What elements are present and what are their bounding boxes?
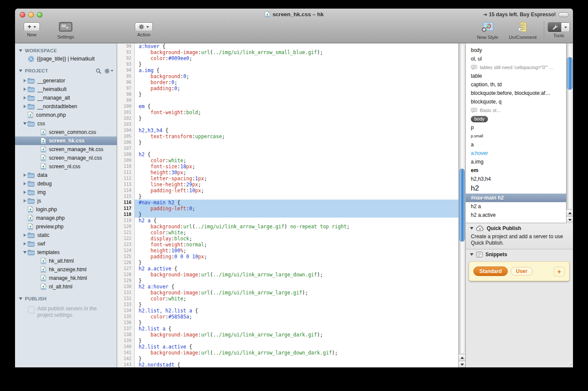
navigator-item-basic-st-[interactable]: Basic st… — [466, 106, 566, 115]
navigator-item-h2[interactable]: h2 — [466, 183, 566, 194]
disclosure-triangle-icon[interactable] — [24, 105, 26, 108]
snippets-header[interactable]: Snippets — [466, 249, 573, 260]
editor-scrollbar[interactable] — [458, 43, 465, 367]
tree-item-screen-common-css[interactable]: screen_common.css — [15, 128, 117, 136]
tree-item-screen-manage-hk-css[interactable]: screen_manage_hk.css — [15, 145, 117, 154]
navigator-item-body[interactable]: body — [466, 46, 566, 55]
code-line-94[interactable]: 94a.img { — [117, 67, 458, 73]
editor-scrollbar-thumb[interactable] — [459, 169, 465, 242]
code-line-121[interactable]: 121 color:white; — [117, 230, 458, 236]
disclosure-triangle-icon[interactable] — [24, 79, 26, 82]
code-line-129[interactable]: 129} — [117, 278, 458, 284]
tree-item-data[interactable]: data — [15, 171, 117, 179]
tools-dropdown[interactable] — [561, 23, 570, 32]
code-line-108[interactable]: 108h2 { — [117, 152, 458, 158]
code-line-113[interactable]: 113 line-height:29px; — [117, 182, 458, 188]
disclosure-triangle-icon[interactable] — [470, 253, 473, 256]
disclosure-triangle-icon[interactable] — [19, 70, 22, 72]
code-line-124[interactable]: 124 height:100%; — [117, 248, 458, 254]
code-line-111[interactable]: 111 height:30px; — [117, 170, 458, 176]
tools-segment[interactable] — [548, 23, 561, 32]
navigator-item-p[interactable]: p — [466, 123, 566, 132]
add-snippet-button[interactable]: + — [554, 267, 565, 276]
code-line-140[interactable]: 140h2.list a.active { — [117, 344, 458, 350]
tools-button[interactable] — [548, 22, 570, 32]
navigator-item-p-small[interactable]: p.small — [466, 132, 566, 140]
navigator-item-a-hover[interactable]: a:hover — [466, 149, 566, 158]
tree-item-js[interactable]: js — [15, 197, 117, 205]
disclosure-triangle-icon[interactable] — [23, 251, 27, 254]
navigator-item-h2-a[interactable]: h2 a — [466, 202, 566, 211]
code-line-104[interactable]: 104h2,h3,h4 { — [117, 127, 458, 133]
tree-item-screen-nl-css[interactable]: screen_nl.css — [15, 162, 117, 171]
navigator-item-table[interactable]: table — [466, 72, 566, 80]
code-line-116[interactable]: 116#nav-main h2 { — [117, 200, 458, 206]
tree-item-debug[interactable]: debug — [15, 179, 117, 188]
scroll-down-button[interactable] — [567, 216, 573, 223]
disclosure-triangle-icon[interactable] — [19, 49, 22, 52]
new-style-button[interactable] — [482, 22, 494, 32]
navigator-scrollbar[interactable] — [566, 43, 573, 223]
tree-item-hk-alt-html[interactable]: hk_alt.html — [15, 257, 117, 265]
tree-item-templates[interactable]: templates — [15, 248, 117, 257]
editor-scrollbar-track[interactable] — [459, 44, 465, 354]
code-line-110[interactable]: 110 font-size:18px; — [117, 164, 458, 170]
code-line-138[interactable]: 138 background-image:url(../img/ui/link_… — [117, 332, 458, 338]
code-line-141[interactable]: 141 background-image:url(../img/ui/link_… — [117, 350, 458, 356]
disclosure-triangle-icon[interactable] — [24, 233, 26, 237]
tree-item-login-php[interactable]: login.php — [15, 205, 117, 214]
code-line-142[interactable]: 142} — [117, 356, 458, 362]
navigator-item-h2-h3-h4[interactable]: h2,h3,h4 — [466, 175, 566, 183]
code-line-103[interactable]: 103 — [117, 121, 458, 127]
tree-item-css[interactable]: css — [15, 119, 117, 128]
uncomment-button[interactable] — [518, 22, 528, 32]
disclosure-triangle-icon[interactable] — [24, 242, 26, 246]
tree-item--nordstadtleben[interactable]: __nordstadtleben — [15, 102, 117, 111]
code-line-132[interactable]: 132 color:white; — [117, 296, 458, 302]
disclosure-triangle-icon[interactable] — [24, 199, 26, 203]
navigator-item-tables-still-need-cellspacing-0-[interactable]: tables still need 'cellspacing="0"' … — [466, 63, 566, 72]
navigator-scrollbar-track[interactable] — [567, 44, 573, 209]
tree-item-swf[interactable]: swf — [15, 239, 117, 248]
project-section-header[interactable]: PROJECT — [15, 67, 117, 75]
code-line-90[interactable]: 90a:hover { — [117, 43, 458, 49]
navigator-item-ol-ul[interactable]: ol, ul — [466, 55, 566, 63]
code-editor[interactable]: 90a:hover {91 background-image:url(../im… — [117, 43, 465, 367]
scroll-up-button[interactable] — [567, 210, 573, 216]
navigator-item-a-img[interactable]: a.img — [466, 158, 566, 166]
tree-item--generator[interactable]: __generator — [15, 76, 117, 85]
tree-item-manage-php[interactable]: manage.php — [15, 214, 117, 222]
code-line-120[interactable]: 120 background:url(../img/ui/link_arrow_… — [117, 224, 458, 230]
new-button[interactable]: + — [24, 22, 40, 31]
search-icon[interactable] — [96, 68, 101, 74]
code-line-127[interactable]: 127h2 a.active { — [117, 266, 458, 272]
navigator-item-h2-a-active[interactable]: h2 a.active — [466, 211, 566, 219]
titlebar[interactable]: screen_hk.css – hk ➔ 15 days left. Buy E… — [15, 9, 573, 21]
code-line-135[interactable]: 135 color:#58585a; — [117, 314, 458, 320]
code-line-105[interactable]: 105 text-transform:uppercase; — [117, 133, 458, 139]
code-line-119[interactable]: 119h2 a { — [117, 218, 458, 224]
code-line-96[interactable]: 96 border:0; — [117, 79, 458, 85]
code-line-122[interactable]: 122 display:block; — [117, 236, 458, 242]
code-line-109[interactable]: 109 color:white; — [117, 158, 458, 164]
tree-item-screen-hk-css[interactable]: screen_hk.css — [15, 136, 117, 145]
navigator-item-em[interactable]: em — [466, 166, 566, 175]
navigator-scrollbar-thumb[interactable] — [567, 57, 573, 90]
tree-item--manage-alt[interactable]: __manage_alt — [15, 94, 117, 102]
code-line-102[interactable]: 102} — [117, 115, 458, 121]
code-line-115[interactable]: 115} — [117, 194, 458, 200]
code-line-118[interactable]: 118} — [117, 212, 458, 218]
tree-item-hk-anzeige-html[interactable]: hk_anzeige.html — [15, 265, 117, 274]
tree-item-preview-php[interactable]: preview.php — [15, 222, 117, 231]
code-line-100[interactable]: 100em { — [117, 103, 458, 109]
disclosure-triangle-icon[interactable] — [470, 227, 473, 230]
code-line-134[interactable]: 134h2.list, h2.list a { — [117, 308, 458, 314]
project-gear-icon[interactable] — [104, 68, 113, 74]
navigator-item-a[interactable]: a — [466, 140, 566, 149]
code-line-123[interactable]: 123 font-weight:normal; — [117, 242, 458, 248]
workspace-section-header[interactable]: WORKSPACE — [15, 47, 117, 55]
disclosure-triangle-icon[interactable] — [24, 96, 26, 100]
code-line-97[interactable]: 97 padding:0; — [117, 85, 458, 91]
code-line-137[interactable]: 137h2.list a { — [117, 326, 458, 332]
code-line-130[interactable]: 130h2 a:hover { — [117, 284, 458, 290]
